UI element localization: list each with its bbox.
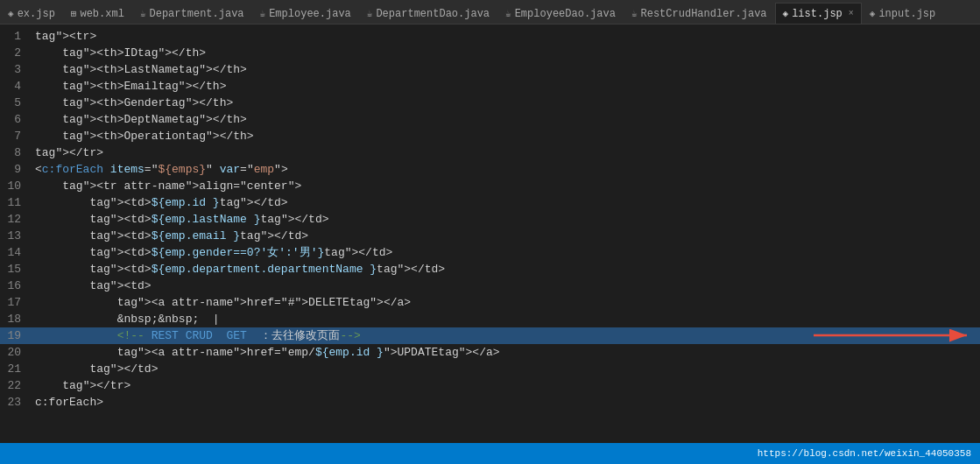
line-number: 1	[0, 28, 35, 45]
line-number: 6	[0, 111, 35, 128]
line-content: tag"><td>${emp.id }tag"></td>	[35, 194, 980, 211]
code-line: 6 tag"><th>DeptNametag"></th>	[0, 111, 980, 128]
tab-label: RestCrudHandler.java	[641, 8, 767, 20]
status-bar: https://blog.csdn.net/weixin_44050358	[0, 443, 980, 464]
tab-label: input.jsp	[878, 8, 935, 20]
line-number: 9	[0, 161, 35, 178]
line-content: tag"></td>	[35, 361, 980, 377]
tab-EmployeeDao-java[interactable]: ☕EmployeeDao.java	[497, 3, 624, 24]
line-content: tag"><th>DeptNametag"></th>	[35, 111, 980, 128]
tab-label: web.xml	[80, 8, 123, 20]
code-line: 15 tag"><td>${emp.department.departmentN…	[0, 261, 980, 278]
code-line: 14 tag"><td>${emp.gender==0?'女':'男'}tag"…	[0, 244, 980, 261]
line-content: tag"><td>${emp.lastName }tag"></td>	[35, 211, 980, 228]
tab-input-jsp[interactable]: ◈input.jsp	[862, 3, 943, 24]
line-number: 15	[0, 261, 35, 278]
code-line: 4 tag"><th>Emailtag"></th>	[0, 78, 980, 95]
tab-label: list.jsp	[792, 8, 843, 20]
line-content: tag"><th>IDtag"></th>	[35, 45, 980, 61]
code-line: 3 tag"><th>LastNametag"></th>	[0, 61, 980, 78]
line-number: 16	[0, 278, 35, 294]
code-line: 22 tag"></tr>	[0, 377, 980, 394]
line-number: 14	[0, 244, 35, 261]
code-line: 20 tag"><a attr-name">href="emp/${emp.id…	[0, 344, 980, 361]
line-content: tag"><tr>	[35, 28, 980, 45]
code-line: 2 tag"><th>IDtag"></th>	[0, 45, 980, 61]
line-number: 22	[0, 377, 35, 394]
code-editor: 1tag"><tr>2 tag"><th>IDtag"></th>3 tag">…	[0, 25, 980, 443]
code-line: 11 tag"><td>${emp.id }tag"></td>	[0, 194, 980, 211]
tab-icon-xml: ⊞	[71, 8, 77, 19]
line-content: tag"></tr>	[35, 144, 980, 161]
line-number: 7	[0, 128, 35, 144]
line-content: tag"><td>	[35, 278, 980, 294]
line-content: tag"><a attr-name">href="emp/${emp.id }"…	[35, 344, 980, 361]
line-number: 5	[0, 95, 35, 111]
line-content: &nbsp;&nbsp; |	[35, 311, 980, 327]
tab-label: Department.java	[150, 8, 244, 20]
tab-label: ex.jsp	[18, 8, 55, 20]
code-line: 21 tag"></td>	[0, 361, 980, 377]
tab-ex-jsp[interactable]: ◈ex.jsp	[0, 3, 63, 24]
code-line: 10 tag"><tr attr-name">align="center">	[0, 178, 980, 194]
tab-icon-jsp: ◈	[870, 8, 876, 19]
red-arrow-annotation	[805, 327, 980, 344]
code-line: 23c:forEach>	[0, 394, 980, 411]
code-line: 7 tag"><th>Operationtag"></th>	[0, 128, 980, 144]
line-content: tag"><td>${emp.department.departmentName…	[35, 261, 980, 278]
code-line: 18 &nbsp;&nbsp; |	[0, 311, 980, 327]
line-content: tag"><a attr-name">href="#">DELETEtag"><…	[35, 294, 980, 311]
tab-icon-java: ☕	[260, 8, 266, 19]
line-content: tag"><th>Gendertag"></th>	[35, 95, 980, 111]
tab-Department-java[interactable]: ☕Department.java	[132, 3, 252, 24]
tab-icon-java: ☕	[505, 8, 511, 19]
line-content: tag"></tr>	[35, 377, 980, 394]
tab-close-btn[interactable]: ×	[849, 9, 854, 18]
line-number: 3	[0, 61, 35, 78]
line-number: 4	[0, 78, 35, 95]
tab-label: DepartmentDao.java	[376, 8, 490, 20]
line-number: 20	[0, 344, 35, 361]
line-number: 17	[0, 294, 35, 311]
code-line: 17 tag"><a attr-name">href="#">DELETEtag…	[0, 294, 980, 311]
code-line: 19 <!-- REST CRUD GET ：去往修改页面-->	[0, 327, 980, 344]
code-line: 13 tag"><td>${emp.email }tag"></td>	[0, 228, 980, 244]
tab-icon-jsp: ◈	[8, 8, 14, 19]
line-content: c:forEach>	[35, 394, 980, 411]
tab-label: EmployeeDao.java	[515, 8, 616, 20]
tab-web-xml[interactable]: ⊞web.xml	[63, 3, 132, 24]
code-line: 8tag"></tr>	[0, 144, 980, 161]
line-number: 21	[0, 361, 35, 377]
tab-icon-java: ☕	[140, 8, 146, 19]
line-content: tag"><tr attr-name">align="center">	[35, 178, 980, 194]
line-content: tag"><th>Emailtag"></th>	[35, 78, 980, 95]
line-number: 19	[0, 327, 35, 344]
code-line: 16 tag"><td>	[0, 278, 980, 294]
tab-Employee-java[interactable]: ☕Employee.java	[252, 3, 359, 24]
line-number: 18	[0, 311, 35, 327]
line-content: <c:forEach items="${emps}" var="emp">	[35, 161, 980, 178]
tab-list-jsp[interactable]: ◈list.jsp×	[775, 3, 862, 24]
code-line: 12 tag"><td>${emp.lastName }tag"></td>	[0, 211, 980, 228]
line-content: tag"><td>${emp.gender==0?'女':'男'}tag"></…	[35, 244, 980, 261]
tab-icon-jsp: ◈	[783, 8, 789, 19]
tab-icon-java: ☕	[367, 8, 373, 19]
line-number: 12	[0, 211, 35, 228]
line-number: 13	[0, 228, 35, 244]
line-content: tag"><th>LastNametag"></th>	[35, 61, 980, 78]
line-content: tag"><th>Operationtag"></th>	[35, 128, 980, 144]
line-number: 2	[0, 45, 35, 61]
tab-RestCrudHandler-java[interactable]: ☕RestCrudHandler.java	[624, 3, 775, 24]
code-line: 5 tag"><th>Gendertag"></th>	[0, 95, 980, 111]
tab-label: Employee.java	[269, 8, 351, 20]
line-number: 23	[0, 394, 35, 411]
tab-bar: ◈ex.jsp⊞web.xml☕Department.java☕Employee…	[0, 0, 980, 25]
status-url: https://blog.csdn.net/weixin_44050358	[758, 448, 971, 459]
line-number: 11	[0, 194, 35, 211]
line-number: 10	[0, 178, 35, 194]
code-line: 9<c:forEach items="${emps}" var="emp">	[0, 161, 980, 178]
tab-icon-java: ☕	[631, 8, 638, 19]
line-content: tag"><td>${emp.email }tag"></td>	[35, 228, 980, 244]
code-line: 1tag"><tr>	[0, 28, 980, 45]
tab-DepartmentDao-java[interactable]: ☕DepartmentDao.java	[359, 3, 497, 24]
